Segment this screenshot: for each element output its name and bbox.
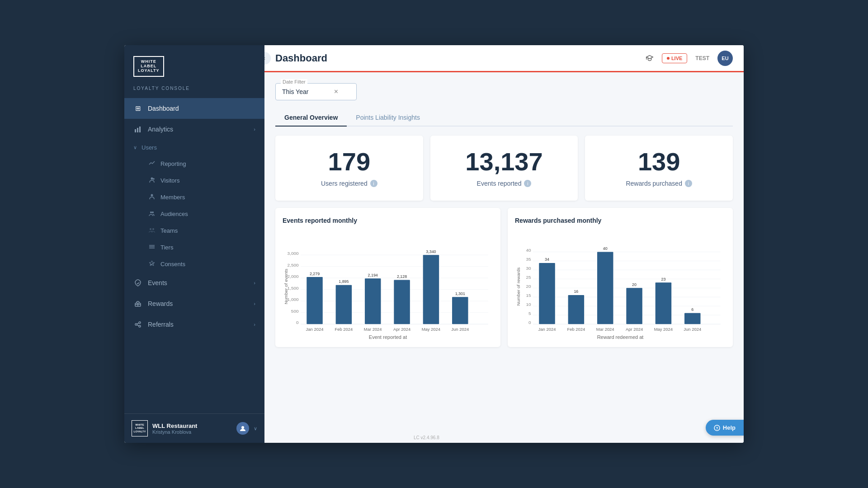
rewards-info-icon[interactable]: i <box>685 180 692 187</box>
svg-text:23: 23 <box>661 277 665 282</box>
events-info-icon[interactable]: i <box>524 180 531 187</box>
sidebar-logo: WHITE LABEL LOYALTY <box>124 45 264 84</box>
sidebar-item-tiers[interactable]: Tiers <box>124 239 264 256</box>
svg-text:Feb 2024: Feb 2024 <box>335 327 353 332</box>
users-stat-label: Users registered i <box>321 180 377 187</box>
tab-general-overview[interactable]: General Overview <box>275 109 347 127</box>
svg-text:3,000: 3,000 <box>288 251 299 256</box>
rewards-icon <box>133 299 142 308</box>
rewards-stat-label: Rewards purchased i <box>626 180 692 187</box>
chevron-right-icon: › <box>254 127 255 132</box>
page-title: Dashboard <box>275 52 642 64</box>
rewards-chart-title: Rewards purchased monthly <box>515 217 726 224</box>
svg-text:30: 30 <box>526 266 531 271</box>
svg-point-18 <box>139 325 141 327</box>
referrals-icon <box>133 320 142 329</box>
sidebar-item-analytics[interactable]: Analytics › <box>124 119 264 140</box>
sidebar-footer[interactable]: WHITELABELLOYALTY WLL Restaurant Kristyn… <box>124 413 264 443</box>
consents-icon <box>148 260 156 268</box>
sidebar-item-consents[interactable]: Consents <box>124 256 264 272</box>
sidebar-collapse-btn[interactable]: ‹ <box>264 52 271 65</box>
svg-text:Number of rewards: Number of rewards <box>516 267 521 306</box>
svg-rect-45 <box>423 255 439 324</box>
svg-text:Jun 2024: Jun 2024 <box>451 327 469 332</box>
test-badge[interactable]: TEST <box>692 53 713 63</box>
sidebar-item-label: Referrals <box>148 321 248 328</box>
footer-avatar <box>236 422 249 435</box>
users-info-icon[interactable]: i <box>370 180 377 187</box>
date-filter-value: This Year <box>282 88 308 95</box>
tiers-icon <box>148 244 156 251</box>
date-filter-clear-btn[interactable]: × <box>334 88 338 95</box>
svg-point-21 <box>241 426 244 429</box>
chevron-down-icon: ∨ <box>133 145 137 150</box>
svg-rect-41 <box>365 278 381 324</box>
svg-point-16 <box>135 324 137 325</box>
test-label: TEST <box>695 55 709 61</box>
date-filter-input[interactable]: This Year × <box>275 83 357 100</box>
svg-text:1,500: 1,500 <box>288 286 299 291</box>
sidebar-section-users[interactable]: ∨ Users <box>124 140 264 155</box>
svg-rect-2 <box>139 127 141 132</box>
svg-text:20: 20 <box>632 282 637 287</box>
svg-point-9 <box>150 228 151 230</box>
svg-rect-43 <box>394 280 410 324</box>
sidebar-item-dashboard[interactable]: ⊞ Dashboard <box>124 98 264 119</box>
svg-text:Jan 2024: Jan 2024 <box>538 327 556 332</box>
svg-text:Number of events: Number of events <box>283 269 288 305</box>
sidebar-item-members[interactable]: Members <box>124 189 264 206</box>
sidebar-item-referrals[interactable]: Referrals › <box>124 314 264 335</box>
svg-text:1,301: 1,301 <box>455 291 465 296</box>
svg-rect-76 <box>568 295 585 324</box>
sidebar: WHITE LABEL LOYALTY Loyalty Console ⊞ Da… <box>124 45 264 443</box>
svg-text:May 2024: May 2024 <box>422 327 440 332</box>
sidebar-item-events[interactable]: Events › <box>124 272 264 293</box>
stats-row: 179 Users registered i 13,137 Events rep… <box>275 136 733 201</box>
topbar: ‹ Dashboard LIVE TEST EU <box>264 45 744 72</box>
sidebar-item-teams[interactable]: Teams <box>124 222 264 239</box>
sidebar-item-label: Reporting <box>160 160 186 167</box>
graduation-icon-btn[interactable] <box>642 51 657 66</box>
svg-text:10: 10 <box>526 302 531 307</box>
sidebar-item-visitors[interactable]: Visitors <box>124 172 264 189</box>
svg-rect-80 <box>626 288 642 324</box>
svg-text:500: 500 <box>291 309 299 314</box>
users-stat-number: 179 <box>328 149 370 174</box>
logo-line3: LOYALTY <box>138 69 160 73</box>
events-chart-area: 0 500 1,000 1,500 2,000 2,500 3,000 Numb… <box>283 231 493 340</box>
help-button[interactable]: ? Help <box>706 420 744 436</box>
main-content: ‹ Dashboard LIVE TEST EU <box>264 45 744 443</box>
stat-card-events: 13,137 Events reported i <box>430 136 578 201</box>
svg-text:Mar 2024: Mar 2024 <box>364 327 382 332</box>
tab-points-liability[interactable]: Points Liability Insights <box>347 109 429 127</box>
svg-text:Mar 2024: Mar 2024 <box>596 327 614 332</box>
svg-point-7 <box>150 211 152 213</box>
dashboard-tabs: General Overview Points Liability Insigh… <box>275 109 733 127</box>
svg-text:Jan 2024: Jan 2024 <box>306 327 324 332</box>
sidebar-item-label: Tiers <box>160 244 173 251</box>
live-badge[interactable]: LIVE <box>662 53 687 63</box>
sidebar-item-rewards[interactable]: Rewards › <box>124 293 264 314</box>
events-stat-number: 13,137 <box>465 149 542 174</box>
sidebar-nav: ⊞ Dashboard Analytics › ∨ Users <box>124 98 264 413</box>
sidebar-item-label: Dashboard <box>148 105 255 112</box>
live-label: LIVE <box>671 56 682 61</box>
sidebar-item-audiences[interactable]: Audiences <box>124 206 264 222</box>
svg-text:1,895: 1,895 <box>339 279 349 284</box>
svg-text:Feb 2024: Feb 2024 <box>567 327 585 332</box>
sidebar-item-label: Analytics <box>148 126 248 133</box>
audiences-icon <box>148 210 156 218</box>
chevron-down-icon: ∨ <box>254 426 257 432</box>
analytics-icon <box>133 125 142 134</box>
eu-badge[interactable]: EU <box>717 51 733 66</box>
events-stat-label: Events reported i <box>477 180 532 187</box>
date-filter-container: Date Filter This Year × <box>275 83 733 100</box>
svg-point-8 <box>152 211 154 213</box>
sidebar-item-label: Audiences <box>160 211 188 217</box>
sidebar-item-reporting[interactable]: Reporting <box>124 155 264 172</box>
dashboard-icon: ⊞ <box>133 104 142 113</box>
svg-point-10 <box>152 228 154 230</box>
logo-box: WHITE LABEL LOYALTY <box>133 56 164 77</box>
chevron-right-icon: › <box>254 301 255 306</box>
svg-text:35: 35 <box>526 257 531 262</box>
